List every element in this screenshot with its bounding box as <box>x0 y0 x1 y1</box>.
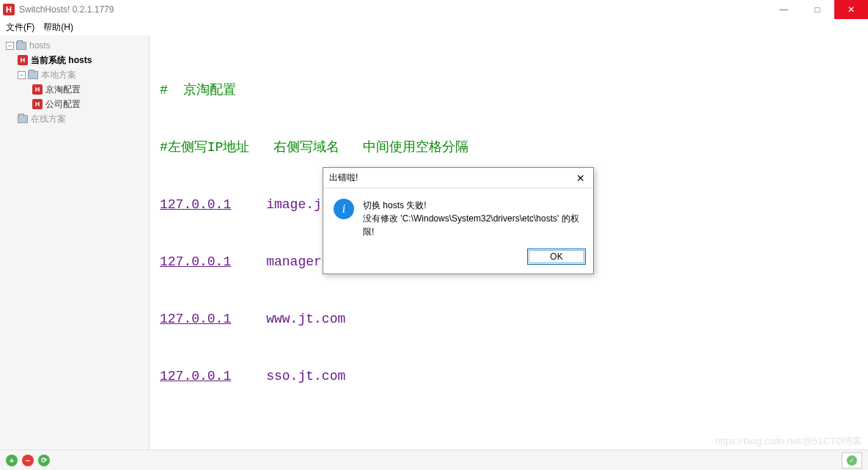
editor-comment: # 京淘配置 <box>160 81 858 100</box>
status-button[interactable]: ✓ <box>842 452 862 469</box>
editor-line: 127.0.0.1www.jt.com <box>160 309 858 328</box>
dialog-title: 出错啦! <box>329 172 574 184</box>
editor-comment: #左侧写IP地址 右侧写域名 中间使用空格分隔 <box>160 138 858 157</box>
expander-icon[interactable]: − <box>18 71 26 79</box>
folder-icon <box>18 115 28 123</box>
tree-current-hosts[interactable]: H 当前系统 hosts <box>0 53 149 67</box>
close-button[interactable]: ✕ <box>834 0 868 19</box>
delete-button[interactable]: − <box>22 455 34 466</box>
tree-root[interactable]: − hosts <box>0 38 149 53</box>
window-titlebar: H SwitchHosts! 0.2.1.1779 — □ ✕ <box>0 0 868 19</box>
tree-online-group[interactable]: 在线方案 <box>0 111 149 126</box>
footer: + − ⟳ ✓ <box>0 449 868 470</box>
dialog-close-icon[interactable]: ✕ <box>574 172 587 185</box>
folder-icon <box>16 42 26 50</box>
tree-root-label: hosts <box>29 40 51 51</box>
sidebar: − hosts H 当前系统 hosts − 本地方案 H 京淘配置 H 公司配… <box>0 35 150 449</box>
menu-file[interactable]: 文件(F) <box>6 21 34 34</box>
tree-item-label: 京淘配置 <box>45 84 81 96</box>
add-button[interactable]: + <box>6 455 18 466</box>
maximize-button[interactable]: □ <box>801 0 834 19</box>
info-icon: i <box>334 199 354 219</box>
dialog-message: 切换 hosts 失败! 没有修改 'C:\Windows\System32\d… <box>363 199 584 238</box>
hosts-icon: H <box>32 84 43 95</box>
status-check-icon: ✓ <box>847 455 857 466</box>
tree-online-label: 在线方案 <box>31 113 66 125</box>
tree-item-label: 公司配置 <box>45 98 81 111</box>
menubar: 文件(F) 帮助(H) <box>0 19 868 35</box>
ok-button[interactable]: OK <box>527 249 586 265</box>
refresh-button[interactable]: ⟳ <box>38 455 50 466</box>
minimize-button[interactable]: — <box>767 0 801 19</box>
app-icon: H <box>3 4 15 15</box>
tree-item-jingtao[interactable]: H 京淘配置 <box>0 82 149 97</box>
hosts-icon: H <box>32 99 43 109</box>
tree-item-company[interactable]: H 公司配置 <box>0 97 149 111</box>
error-dialog: 出错啦! ✕ i 切换 hosts 失败! 没有修改 'C:\Windows\S… <box>323 167 594 274</box>
folder-icon <box>28 71 38 79</box>
window-title: SwitchHosts! 0.2.1.1779 <box>19 4 767 15</box>
expander-icon[interactable]: − <box>6 42 14 50</box>
tree-local-group[interactable]: − 本地方案 <box>0 67 149 82</box>
tree-local-label: 本地方案 <box>41 69 76 81</box>
menu-help[interactable]: 帮助(H) <box>43 21 73 34</box>
tree-current-label: 当前系统 hosts <box>31 54 92 67</box>
hosts-icon: H <box>18 55 28 65</box>
editor-line: 127.0.0.1sso.jt.com <box>160 367 858 386</box>
